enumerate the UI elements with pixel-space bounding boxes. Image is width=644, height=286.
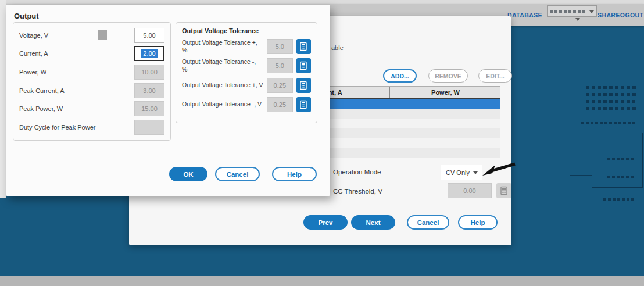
background-window-edge [0, 0, 6, 198]
voltage-input[interactable]: 5.00 [134, 28, 164, 43]
field-row-voltage: Voltage, V 5.00 [19, 28, 164, 43]
tolerance-plus-pct-label: Output Voltage Tolerance +, [182, 39, 257, 46]
tolerance-minus-v-label: Output Voltage Tolerance -, V [182, 101, 262, 108]
voltage-label: Voltage, V [19, 32, 48, 39]
schematic-text-decoration [586, 86, 637, 114]
power-label: Power, W [19, 69, 46, 76]
prev-button[interactable]: Prev [303, 215, 348, 230]
peak-current-input: 3.00 [134, 83, 164, 98]
panel-text-fragment: able [331, 44, 344, 51]
tolerance-row-plus-pct: Output Voltage Tolerance +,% 5.0 [182, 39, 311, 54]
current-label: Current, A [19, 50, 48, 57]
schematic-label-decoration [607, 158, 634, 160]
header-logout-link[interactable]: LOGOUT [616, 12, 643, 19]
current-input[interactable]: 2.00 [134, 46, 164, 61]
header-database-link[interactable]: DATABASE [507, 12, 542, 19]
tolerance-minus-pct-unit: % [182, 66, 187, 73]
calculator-icon[interactable] [296, 58, 311, 73]
field-row-current: Current, A 2.00 [19, 46, 164, 61]
tolerance-plus-v-label: Output Voltage Tolerance +, V [182, 81, 263, 88]
tolerance-minus-pct-label: Output Voltage Tolerance -, [182, 58, 256, 65]
peak-current-label: Peak Current, A [19, 87, 65, 94]
operation-mode-select[interactable]: CV Only [441, 165, 482, 180]
field-row-peak-power: Peak Power, W 15.00 [19, 101, 164, 116]
cancel-button[interactable]: Cancel [215, 167, 260, 181]
tolerance-plus-v-input: 0.25 [267, 78, 293, 93]
schematic-label-decoration [603, 198, 634, 201]
app-screen: DATABASE SHARE LOGOUT able ADD... REMOVE… [0, 0, 644, 286]
panel-help-button[interactable]: Help [458, 215, 498, 230]
chevron-down-icon [473, 171, 478, 174]
operation-mode-value: CV Only [446, 169, 470, 176]
next-button[interactable]: Next [351, 215, 395, 230]
tolerance-plus-pct-input: 5.0 [267, 39, 293, 54]
peak-power-input: 15.00 [134, 101, 164, 116]
power-input: 10.00 [134, 65, 164, 80]
ok-button[interactable]: OK [169, 167, 207, 181]
schematic-label-decoration [607, 176, 634, 178]
window-top-strip [0, 0, 644, 4]
tolerance-minus-pct-input: 5.0 [267, 58, 293, 73]
tolerance-plus-pct-unit: % [182, 47, 187, 53]
design-selector-text [550, 10, 587, 13]
chevron-down-icon [575, 18, 580, 21]
voltage-color-swatch [98, 30, 107, 40]
duty-cycle-label: Duty Cycle for Peak Power [19, 124, 95, 131]
field-row-peak-current: Peak Current, A 3.00 [19, 83, 164, 98]
operation-mode-label: Operation Mode [333, 169, 381, 176]
current-input-selection: 2.00 [141, 49, 157, 58]
schematic-wire-decoration [567, 202, 644, 202]
schematic-wire-decoration [570, 175, 592, 176]
tolerance-row-plus-v: Output Voltage Tolerance +, V 0.25 [182, 78, 311, 93]
edit-button: EDIT... [478, 69, 512, 83]
calculator-icon [496, 183, 511, 198]
output-dialog: Output Voltage, V 5.00 Current, A 2.00 P… [6, 5, 330, 196]
help-button[interactable]: Help [272, 167, 317, 181]
field-row-power: Power, W 10.00 [19, 65, 164, 80]
site-footer: power Feedback Switch to Mobile Version [0, 276, 644, 286]
output-fields-group: Voltage, V 5.00 Current, A 2.00 Power, W… [13, 22, 171, 141]
table-column-header-power: Power, W [390, 87, 501, 98]
mouse-cursor [482, 162, 518, 181]
tolerance-group-title: Output Voltage Tolerance [182, 27, 311, 34]
duty-cycle-input [134, 120, 164, 135]
peak-power-label: Peak Power, W [19, 105, 63, 112]
tolerance-row-minus-pct: Output Voltage Tolerance -,% 5.0 [182, 58, 311, 73]
calculator-icon[interactable] [296, 97, 311, 112]
tolerance-minus-v-input: 0.25 [267, 97, 293, 112]
add-button[interactable]: ADD... [383, 69, 417, 83]
design-selector[interactable] [547, 5, 597, 17]
schematic-caption-decoration [581, 122, 636, 124]
remove-button: REMOVE [428, 69, 468, 83]
chevron-down-icon [589, 10, 594, 13]
tolerance-group: Output Voltage Tolerance Output Voltage … [176, 22, 317, 123]
calculator-icon[interactable] [296, 78, 311, 93]
calculator-icon[interactable] [296, 39, 311, 54]
tolerance-row-minus-v: Output Voltage Tolerance -, V 0.25 [182, 97, 311, 112]
cc-threshold-label: CC Threshold, V [333, 188, 382, 195]
dialog-title: Output [14, 12, 39, 20]
field-row-duty-cycle: Duty Cycle for Peak Power [19, 120, 164, 135]
cc-threshold-input: 0.00 [448, 183, 492, 198]
panel-cancel-button[interactable]: Cancel [407, 215, 449, 230]
